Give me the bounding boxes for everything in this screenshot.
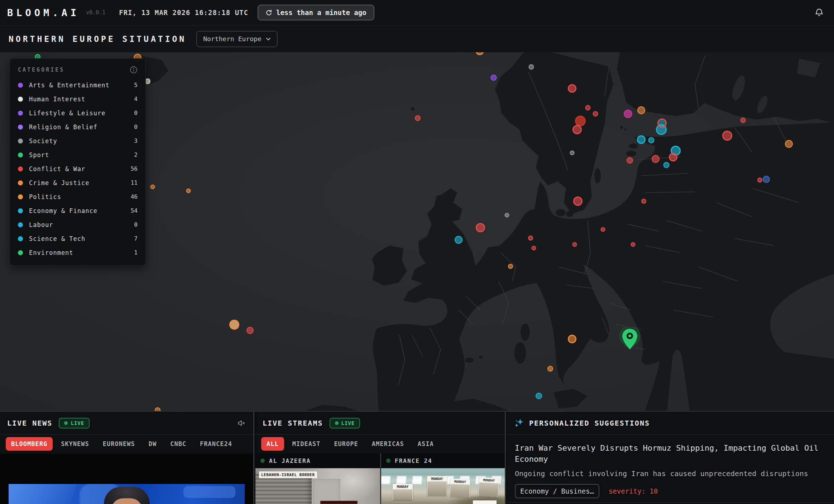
event-marker[interactable] — [508, 264, 513, 269]
event-marker[interactable] — [568, 335, 576, 343]
news-tab-france24[interactable]: FRANCE24 — [195, 437, 238, 451]
event-marker[interactable] — [505, 213, 509, 217]
category-item-arts-entertainment[interactable]: Arts & Entertainment5 — [18, 78, 138, 92]
stream-tile-al-jazeera[interactable]: AL JAZEERA LEBANON-ISRAEL BORDER — [255, 453, 380, 504]
category-label: Crime & Justice — [29, 179, 125, 186]
news-tab-skynews[interactable]: SKYNEWS — [56, 437, 95, 451]
category-count: 0 — [134, 123, 138, 130]
stream-tab-europe[interactable]: EUROPE — [329, 437, 363, 451]
news-tab-bloomberg[interactable]: BLOOMBERG — [6, 437, 53, 451]
category-color-dot — [18, 83, 23, 88]
stream-tab-all[interactable]: ALL — [261, 437, 284, 451]
event-marker[interactable] — [785, 140, 793, 148]
event-marker[interactable] — [593, 111, 598, 117]
category-label: Sport — [29, 151, 128, 159]
event-marker[interactable] — [601, 227, 605, 232]
channel-name: FRANCE 24 — [395, 457, 432, 464]
event-marker[interactable] — [531, 246, 536, 251]
event-marker[interactable] — [641, 199, 646, 204]
news-tab-cnbc[interactable]: CNBC — [165, 437, 192, 451]
event-marker[interactable] — [652, 155, 660, 163]
mute-icon[interactable] — [237, 418, 246, 428]
category-label: Lifestyle & Leisure — [29, 110, 128, 117]
event-marker[interactable] — [637, 106, 645, 114]
event-marker[interactable] — [648, 137, 655, 144]
event-marker[interactable] — [528, 64, 534, 70]
bell-icon[interactable] — [814, 8, 824, 18]
event-marker[interactable] — [572, 125, 582, 134]
category-color-dot — [18, 111, 23, 116]
category-item-crime-justice[interactable]: Crime & Justice11 — [18, 176, 138, 190]
category-label: Religion & Belief — [29, 123, 128, 131]
app-logo: BLOOM.AI — [7, 7, 80, 18]
event-marker[interactable] — [573, 197, 583, 206]
news-tab-euronews[interactable]: EURONEWS — [97, 437, 140, 451]
category-color-dot — [18, 139, 23, 144]
location-pin-icon[interactable] — [619, 327, 641, 355]
stream-thumbnail[interactable]: LEBANON-ISRAEL BORDER — [255, 468, 380, 504]
category-item-religion-belief[interactable]: Religion & Belief0 — [18, 120, 138, 134]
event-marker[interactable] — [568, 84, 576, 93]
chevron-down-icon — [266, 37, 271, 41]
category-item-environment[interactable]: Environment1 — [18, 246, 138, 260]
map-canvas[interactable]: CATEGORIES Arts & Entertainment5Human In… — [0, 52, 834, 411]
event-marker[interactable] — [455, 236, 462, 244]
category-item-lifestyle-leisure[interactable]: Lifestyle & Leisure0 — [18, 106, 138, 120]
divider — [507, 502, 834, 503]
category-item-politics[interactable]: Politics46 — [18, 190, 138, 204]
event-marker[interactable] — [585, 105, 591, 111]
event-marker[interactable] — [624, 110, 632, 118]
event-marker[interactable] — [763, 176, 770, 183]
event-marker[interactable] — [572, 242, 577, 247]
event-marker[interactable] — [476, 223, 485, 232]
info-icon[interactable] — [130, 66, 138, 74]
category-count: 46 — [131, 193, 138, 200]
category-label: Science & Tech — [29, 235, 128, 242]
category-label: Society — [29, 137, 128, 145]
event-marker[interactable] — [757, 178, 762, 183]
category-count: 0 — [134, 221, 138, 228]
category-item-science-tech[interactable]: Science & Tech7 — [18, 232, 138, 246]
region-dropdown[interactable]: Northern Europe — [196, 31, 278, 47]
stream-tab-americas[interactable]: AMERICAS — [366, 437, 409, 451]
suggestion-item[interactable]: Iran War Severely Disrupts Hormuz Shippi… — [507, 435, 834, 498]
stream-thumbnail[interactable]: MONDAYMONDAYMONDAYMONDAY — [381, 468, 505, 504]
event-marker[interactable] — [246, 327, 254, 334]
category-item-economy-finance[interactable]: Economy & Finance54 — [18, 204, 138, 218]
stream-tab-asia[interactable]: ASIA — [412, 437, 439, 451]
event-marker[interactable] — [536, 393, 542, 399]
event-marker[interactable] — [491, 75, 497, 81]
event-marker[interactable] — [155, 407, 160, 411]
event-marker[interactable] — [570, 150, 575, 155]
live-streams-panel: LIVE STREAMS LIVE ALLMIDEASTEUROPEAMERIC… — [255, 412, 506, 504]
event-marker[interactable] — [663, 162, 670, 168]
event-marker[interactable] — [229, 320, 239, 330]
refresh-button[interactable]: less than a minute ago — [258, 5, 374, 20]
news-video-frame — [9, 484, 245, 504]
event-marker[interactable] — [722, 131, 732, 141]
event-marker[interactable] — [740, 118, 746, 123]
category-item-sport[interactable]: Sport2 — [18, 148, 138, 162]
event-marker[interactable] — [631, 242, 635, 247]
category-item-conflict-war[interactable]: Conflict & War56 — [18, 162, 138, 176]
event-marker[interactable] — [637, 135, 646, 144]
stream-tile-france-24[interactable]: FRANCE 24 MONDAYMONDAYMONDAYMONDAY — [380, 453, 505, 504]
category-color-dot — [18, 180, 23, 185]
event-marker[interactable] — [528, 236, 533, 241]
event-marker[interactable] — [627, 157, 633, 164]
suggestion-tag-chip[interactable]: Economy / Busines… — [515, 484, 599, 498]
event-marker[interactable] — [547, 366, 553, 372]
event-marker[interactable] — [669, 153, 677, 161]
stream-tab-mideast[interactable]: MIDEAST — [287, 437, 326, 451]
news-tab-dw[interactable]: DW — [143, 437, 162, 451]
event-marker[interactable] — [415, 115, 421, 121]
category-item-labour[interactable]: Labour0 — [18, 218, 138, 232]
event-marker[interactable] — [150, 184, 155, 189]
category-item-human-interest[interactable]: Human Interest4 — [18, 92, 138, 106]
category-item-society[interactable]: Society3 — [18, 134, 138, 148]
news-video-player[interactable] — [0, 454, 253, 504]
event-marker[interactable] — [657, 118, 667, 128]
event-marker[interactable] — [186, 188, 191, 193]
category-count: 11 — [131, 179, 138, 186]
sign-card: MONDAY — [427, 476, 447, 496]
